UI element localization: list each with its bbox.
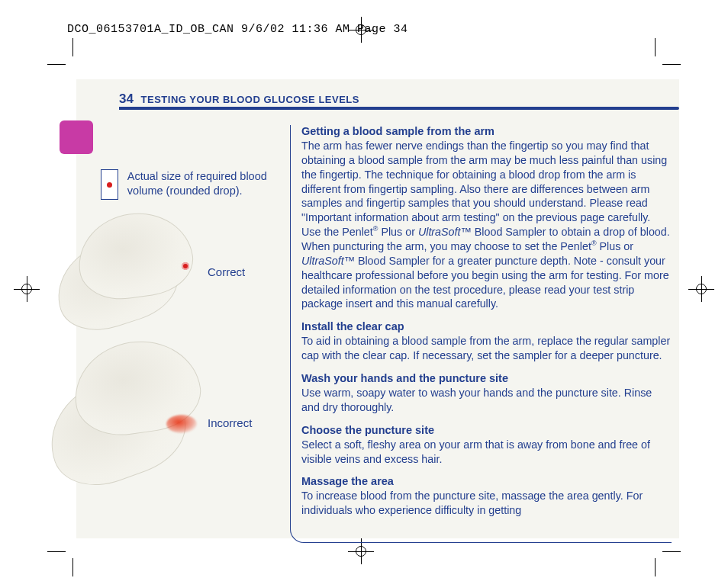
running-title: TESTING YOUR BLOOD GLUCOSE LEVELS — [141, 94, 359, 105]
registration-mark — [348, 17, 374, 43]
section-body: To aid in obtaining a blood sample from … — [301, 334, 672, 363]
blood-drop-correct-icon — [182, 262, 189, 270]
section-heading: Install the clear cap — [301, 320, 672, 332]
blood-drop-icon — [107, 182, 112, 188]
drop-size-caption: Actual size of required blood volume (ro… — [127, 169, 269, 198]
crop-mark — [72, 38, 73, 56]
header-rule — [119, 107, 679, 110]
section-heading: Massage the area — [301, 475, 672, 487]
section-heading: Wash your hands and the puncture site — [301, 372, 672, 384]
section-body: Select a soft, fleshy area on your arm t… — [301, 438, 672, 467]
label-incorrect: Incorrect — [208, 416, 252, 429]
section-heading: Getting a blood sample from the arm — [301, 125, 672, 137]
crop-mark — [662, 64, 681, 65]
body-text-column: Getting a blood sample from the armThe a… — [290, 125, 672, 543]
registration-mark — [688, 276, 714, 302]
crop-mark — [662, 551, 681, 552]
section-block: Choose the puncture siteSelect a soft, f… — [301, 424, 672, 467]
crop-mark — [655, 38, 656, 56]
registration-mark — [14, 276, 40, 302]
section-thumb-tab — [60, 120, 93, 154]
blood-smear-incorrect-icon — [166, 415, 197, 433]
crop-mark — [47, 64, 66, 65]
section-body: Use warm, soapy water to wash your hands… — [301, 386, 672, 415]
illustration-incorrect: Incorrect — [101, 342, 230, 486]
blood-drop-size-box — [101, 169, 118, 200]
section-body: The arm has fewer nerve endings than the… — [301, 139, 672, 311]
page-content: 34 TESTING YOUR BLOOD GLUCOSE LEVELS Act… — [76, 79, 679, 538]
page-number: 34 — [119, 92, 134, 106]
section-block: Getting a blood sample from the armThe a… — [301, 125, 672, 311]
section-heading: Choose the puncture site — [301, 424, 672, 436]
section-block: Install the clear capTo aid in obtaining… — [301, 320, 672, 363]
crop-mark — [47, 551, 66, 552]
label-correct: Correct — [208, 265, 245, 278]
section-block: Wash your hands and the puncture siteUse… — [301, 372, 672, 415]
running-head: 34 TESTING YOUR BLOOD GLUCOSE LEVELS — [119, 92, 359, 107]
crop-mark — [72, 558, 73, 576]
section-block: Massage the areaTo increase blood from t… — [301, 475, 672, 518]
crop-mark — [655, 558, 656, 576]
section-body: To increase blood from the puncture site… — [301, 489, 672, 518]
illustration-correct: Correct — [101, 218, 230, 340]
left-column: Actual size of required blood volume (ro… — [101, 169, 269, 488]
drop-size-callout: Actual size of required blood volume (ro… — [101, 169, 269, 200]
